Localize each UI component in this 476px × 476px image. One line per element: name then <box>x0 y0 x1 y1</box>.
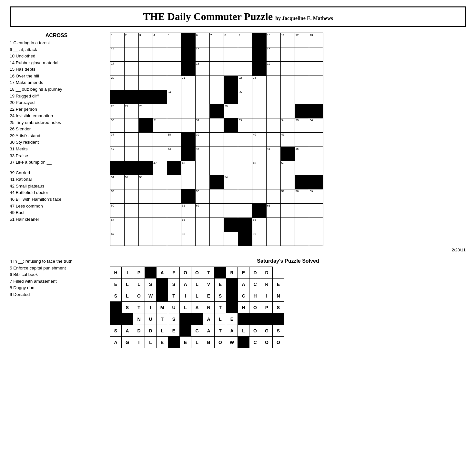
cell-7-2[interactable] <box>138 132 153 147</box>
cell-6-2[interactable] <box>138 118 153 132</box>
cell-13-9[interactable] <box>238 218 252 232</box>
cell-8-3[interactable] <box>153 147 167 161</box>
cell-13-3[interactable] <box>153 218 167 232</box>
cell-4-8[interactable] <box>224 90 238 104</box>
cell-1-2[interactable] <box>138 47 153 61</box>
cell-3-3[interactable] <box>153 76 167 90</box>
cell-1-13[interactable] <box>295 47 309 61</box>
cell-2-3[interactable] <box>153 61 167 76</box>
cell-13-8[interactable] <box>224 218 238 232</box>
cell-6-13[interactable]: 35 <box>295 118 309 132</box>
cell-10-1[interactable]: 52 <box>124 175 138 189</box>
cell-11-0[interactable]: 55 <box>110 189 124 203</box>
cell-8-4[interactable]: 43 <box>167 147 181 161</box>
cell-6-6[interactable]: 32 <box>195 118 209 132</box>
cell-8-11[interactable]: 45 <box>266 147 280 161</box>
cell-4-14[interactable] <box>309 90 323 104</box>
cell-0-5[interactable] <box>181 33 195 47</box>
cell-5-12[interactable] <box>280 104 295 118</box>
cell-4-2[interactable] <box>138 90 153 104</box>
cell-14-2[interactable] <box>138 232 153 246</box>
cell-2-11[interactable]: 19 <box>266 61 280 76</box>
cell-6-3[interactable]: 31 <box>153 118 167 132</box>
cell-7-13[interactable] <box>295 132 309 147</box>
cell-9-3[interactable]: 47 <box>153 161 167 175</box>
cell-3-0[interactable]: 20 <box>110 76 124 90</box>
cell-10-0[interactable]: 51 <box>110 175 124 189</box>
cell-9-10[interactable]: 49 <box>252 161 266 175</box>
cell-8-6[interactable]: 44 <box>195 147 209 161</box>
cell-9-2[interactable] <box>138 161 153 175</box>
cell-5-10[interactable] <box>252 104 266 118</box>
cell-10-9[interactable] <box>238 175 252 189</box>
cell-10-5[interactable] <box>181 175 195 189</box>
cell-10-14[interactable] <box>309 175 323 189</box>
cell-3-4[interactable] <box>167 76 181 90</box>
cell-3-5[interactable]: 21 <box>181 76 195 90</box>
cell-8-1[interactable] <box>124 147 138 161</box>
cell-8-8[interactable] <box>224 147 238 161</box>
cell-11-1[interactable] <box>124 189 138 203</box>
cell-9-7[interactable] <box>209 161 224 175</box>
cell-5-13[interactable] <box>295 104 309 118</box>
cell-5-5[interactable] <box>181 104 195 118</box>
cell-4-13[interactable] <box>295 90 309 104</box>
cell-7-5[interactable] <box>181 132 195 147</box>
cell-9-14[interactable] <box>309 161 323 175</box>
cell-11-12[interactable]: 57 <box>280 189 295 203</box>
cell-12-3[interactable] <box>153 203 167 218</box>
cell-0-9[interactable]: 9 <box>238 33 252 47</box>
cell-13-10[interactable]: 66 <box>252 218 266 232</box>
cell-11-13[interactable]: 58 <box>295 189 309 203</box>
cell-9-0[interactable] <box>110 161 124 175</box>
cell-0-3[interactable]: 4 <box>153 33 167 47</box>
cell-3-12[interactable] <box>280 76 295 90</box>
cell-2-1[interactable] <box>124 61 138 76</box>
cell-4-12[interactable] <box>280 90 295 104</box>
cell-2-14[interactable] <box>309 61 323 76</box>
cell-4-11[interactable] <box>266 90 280 104</box>
cell-9-11[interactable] <box>266 161 280 175</box>
cell-9-8[interactable] <box>224 161 238 175</box>
cell-2-10[interactable] <box>252 61 266 76</box>
cell-14-11[interactable] <box>266 232 280 246</box>
cell-10-10[interactable] <box>252 175 266 189</box>
cell-7-7[interactable] <box>209 132 224 147</box>
cell-14-12[interactable] <box>280 232 295 246</box>
cell-2-7[interactable] <box>209 61 224 76</box>
cell-4-6[interactable] <box>195 90 209 104</box>
cell-13-4[interactable] <box>167 218 181 232</box>
cell-13-11[interactable] <box>266 218 280 232</box>
cell-12-4[interactable] <box>167 203 181 218</box>
cell-12-12[interactable] <box>280 203 295 218</box>
cell-6-10[interactable] <box>252 118 266 132</box>
cell-9-4[interactable] <box>167 161 181 175</box>
cell-4-9[interactable]: 25 <box>238 90 252 104</box>
cell-5-2[interactable]: 28 <box>138 104 153 118</box>
cell-0-4[interactable]: 5 <box>167 33 181 47</box>
cell-0-10[interactable] <box>252 33 266 47</box>
cell-1-9[interactable] <box>238 47 252 61</box>
cell-3-1[interactable] <box>124 76 138 90</box>
cell-10-2[interactable]: 53 <box>138 175 153 189</box>
cell-10-8[interactable]: 54 <box>224 175 238 189</box>
cell-12-1[interactable] <box>124 203 138 218</box>
cell-3-14[interactable] <box>309 76 323 90</box>
cell-5-11[interactable] <box>266 104 280 118</box>
cell-5-6[interactable] <box>195 104 209 118</box>
cell-4-4[interactable]: 24 <box>167 90 181 104</box>
cell-3-11[interactable] <box>266 76 280 90</box>
cell-8-0[interactable]: 42 <box>110 147 124 161</box>
cell-5-14[interactable] <box>309 104 323 118</box>
cell-3-13[interactable] <box>295 76 309 90</box>
cell-2-13[interactable] <box>295 61 309 76</box>
cell-7-14[interactable] <box>309 132 323 147</box>
cell-12-2[interactable] <box>138 203 153 218</box>
cell-6-4[interactable] <box>167 118 181 132</box>
cell-0-6[interactable]: 6 <box>195 33 209 47</box>
cell-9-5[interactable]: 48 <box>181 161 195 175</box>
cell-8-2[interactable] <box>138 147 153 161</box>
cell-6-11[interactable] <box>266 118 280 132</box>
cell-14-7[interactable] <box>209 232 224 246</box>
cell-4-5[interactable] <box>181 90 195 104</box>
